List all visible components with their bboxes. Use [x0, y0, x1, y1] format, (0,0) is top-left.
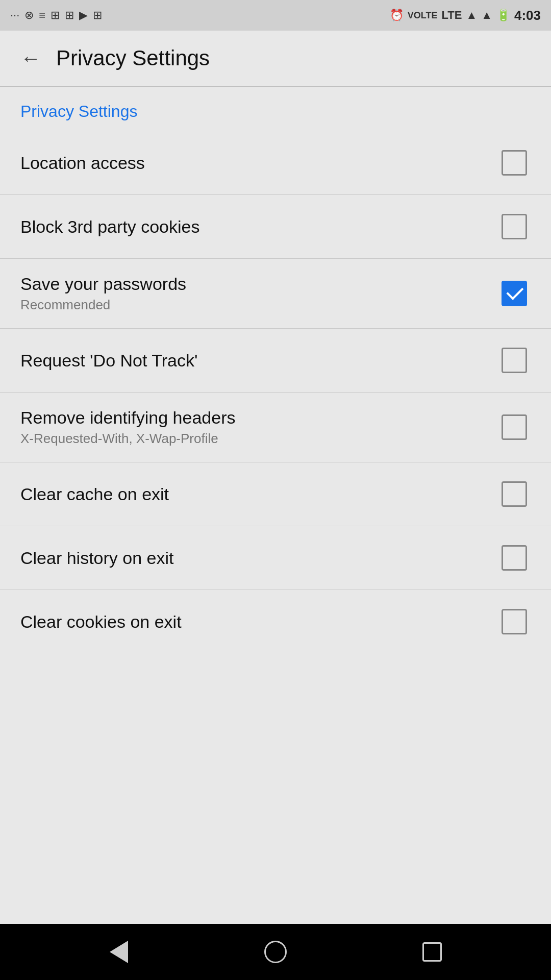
- content-area: Privacy Settings Location accessBlock 3r…: [0, 87, 551, 924]
- checkbox-box-clear-cache-on-exit: [502, 481, 527, 507]
- notification-dots-icon: ···: [10, 9, 19, 22]
- settings-row-clear-history-on-exit[interactable]: Clear history on exit: [0, 526, 551, 590]
- alarm-icon: ⏰: [390, 9, 404, 22]
- settings-row-text-clear-cache-on-exit: Clear cache on exit: [20, 484, 498, 504]
- settings-label-clear-history-on-exit: Clear history on exit: [20, 548, 488, 568]
- lte-icon: LTE: [441, 9, 462, 22]
- volte-icon: VOLTE: [408, 10, 438, 21]
- settings-label-clear-cookies-on-exit: Clear cookies on exit: [20, 612, 488, 632]
- status-bar-left: ··· ⊗ ≡ ⊞ ⊞ ▶ ⊞: [10, 9, 102, 22]
- checkbox-block-3rd-party-cookies[interactable]: [498, 210, 531, 243]
- grid2-icon: ⊞: [65, 9, 74, 22]
- checkbox-box-clear-history-on-exit: [502, 545, 527, 571]
- youtube-icon: ▶: [79, 9, 88, 22]
- signal1-icon: ▲: [466, 9, 477, 22]
- checkbox-box-location-access: [502, 150, 527, 176]
- checkbox-clear-cache-on-exit[interactable]: [498, 478, 531, 510]
- settings-row-text-do-not-track: Request 'Do Not Track': [20, 351, 498, 371]
- status-bar-right: ⏰ VOLTE LTE ▲ ▲ 🔋 4:03: [390, 8, 541, 23]
- settings-label-do-not-track: Request 'Do Not Track': [20, 351, 488, 371]
- settings-row-location-access[interactable]: Location access: [0, 131, 551, 195]
- settings-row-block-3rd-party-cookies[interactable]: Block 3rd party cookies: [0, 195, 551, 259]
- settings-row-text-clear-history-on-exit: Clear history on exit: [20, 548, 498, 568]
- status-time: 4:03: [514, 8, 541, 23]
- checkbox-clear-cookies-on-exit[interactable]: [498, 605, 531, 638]
- nav-square-icon: [422, 942, 442, 962]
- checkbox-do-not-track[interactable]: [498, 344, 531, 377]
- back-button[interactable]: ←: [15, 43, 46, 74]
- settings-list: Location accessBlock 3rd party cookiesSa…: [0, 131, 551, 653]
- settings-row-remove-identifying-headers[interactable]: Remove identifying headersX-Requested-Wi…: [0, 393, 551, 462]
- settings-row-do-not-track[interactable]: Request 'Do Not Track': [0, 329, 551, 393]
- settings-row-text-save-passwords: Save your passwordsRecommended: [20, 274, 498, 313]
- nav-bar: [0, 924, 551, 980]
- settings-row-text-clear-cookies-on-exit: Clear cookies on exit: [20, 612, 498, 632]
- settings-label-save-passwords: Save your passwords: [20, 274, 488, 294]
- checkbox-box-block-3rd-party-cookies: [502, 214, 527, 239]
- checkbox-box-do-not-track: [502, 348, 527, 373]
- settings-sublabel-remove-identifying-headers: X-Requested-With, X-Wap-Profile: [20, 431, 488, 447]
- xfinity-icon: ⊗: [24, 9, 34, 22]
- status-bar: ··· ⊗ ≡ ⊞ ⊞ ▶ ⊞ ⏰ VOLTE LTE ▲ ▲ 🔋 4:03: [0, 0, 551, 31]
- checkbox-save-passwords[interactable]: [498, 277, 531, 310]
- settings-row-clear-cache-on-exit[interactable]: Clear cache on exit: [0, 462, 551, 526]
- checkbox-box-save-passwords: [502, 281, 527, 306]
- nav-back-icon: [110, 941, 128, 963]
- grid3-icon: ⊞: [93, 9, 102, 22]
- nav-back-button[interactable]: [98, 932, 139, 972]
- settings-row-text-location-access: Location access: [20, 153, 498, 173]
- checkbox-clear-history-on-exit[interactable]: [498, 542, 531, 574]
- grid1-icon: ⊞: [51, 9, 60, 22]
- settings-label-clear-cache-on-exit: Clear cache on exit: [20, 484, 488, 504]
- checkbox-location-access[interactable]: [498, 146, 531, 179]
- section-header: Privacy Settings: [0, 87, 551, 131]
- nav-home-icon: [264, 941, 287, 963]
- settings-row-clear-cookies-on-exit[interactable]: Clear cookies on exit: [0, 590, 551, 653]
- back-arrow-icon: ←: [20, 48, 41, 68]
- settings-row-save-passwords[interactable]: Save your passwordsRecommended: [0, 259, 551, 329]
- settings-label-block-3rd-party-cookies: Block 3rd party cookies: [20, 217, 488, 237]
- app-bar-title: Privacy Settings: [56, 46, 210, 70]
- notes-icon: ≡: [39, 9, 45, 22]
- settings-row-text-block-3rd-party-cookies: Block 3rd party cookies: [20, 217, 498, 237]
- checkbox-box-clear-cookies-on-exit: [502, 609, 527, 634]
- checkbox-box-remove-identifying-headers: [502, 414, 527, 440]
- battery-icon: 🔋: [496, 9, 510, 22]
- nav-home-button[interactable]: [255, 932, 296, 972]
- settings-sublabel-save-passwords: Recommended: [20, 297, 488, 313]
- settings-label-location-access: Location access: [20, 153, 488, 173]
- signal2-icon: ▲: [481, 9, 492, 22]
- checkbox-remove-identifying-headers[interactable]: [498, 411, 531, 444]
- app-bar: ← Privacy Settings: [0, 31, 551, 87]
- nav-recent-button[interactable]: [412, 932, 453, 972]
- settings-label-remove-identifying-headers: Remove identifying headers: [20, 408, 488, 428]
- settings-row-text-remove-identifying-headers: Remove identifying headersX-Requested-Wi…: [20, 408, 498, 447]
